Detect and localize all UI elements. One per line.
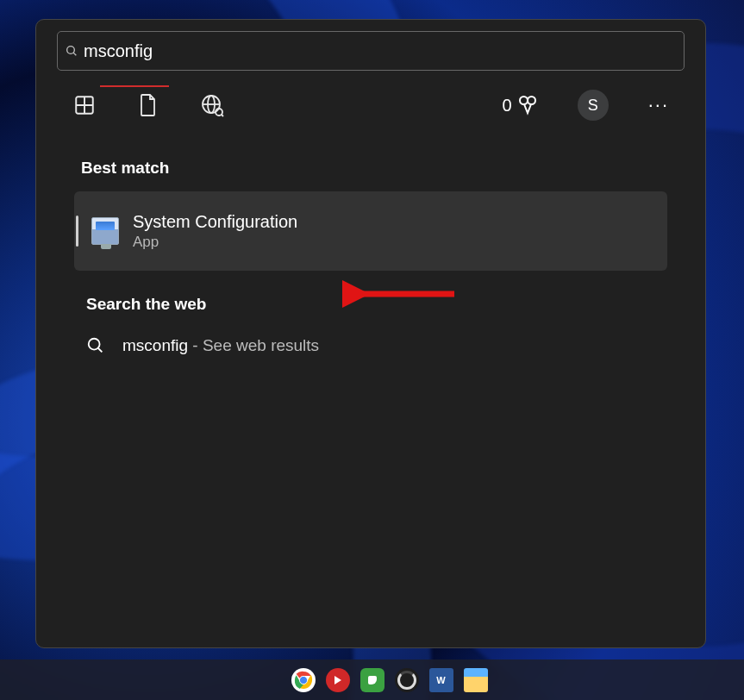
taskbar-sync-icon[interactable] xyxy=(395,668,419,692)
svg-point-11 xyxy=(528,97,535,104)
rewards-icon xyxy=(517,95,538,116)
best-match-result[interactable]: System Configuration App xyxy=(74,191,667,271)
web-search-result[interactable]: msconfig - See web results xyxy=(86,336,705,355)
search-box[interactable] xyxy=(57,31,685,71)
selection-indicator xyxy=(76,216,78,247)
svg-point-13 xyxy=(89,339,100,350)
svg-line-9 xyxy=(222,115,223,116)
more-options-icon[interactable]: ··· xyxy=(648,94,669,116)
avatar-initial: S xyxy=(588,97,598,115)
apps-filter-icon[interactable] xyxy=(72,93,97,117)
search-icon xyxy=(86,336,105,355)
result-subtitle: App xyxy=(133,234,297,251)
result-title: System Configuration xyxy=(133,212,297,232)
taskbar: W xyxy=(0,659,744,700)
taskbar-file-explorer-icon[interactable] xyxy=(464,668,488,692)
taskbar-chat-icon[interactable] xyxy=(360,668,385,692)
taskbar-word-icon[interactable]: W xyxy=(429,668,453,692)
svg-line-1 xyxy=(73,53,76,55)
search-icon xyxy=(65,44,78,58)
svg-point-0 xyxy=(67,47,75,54)
svg-point-10 xyxy=(520,97,528,104)
taskbar-chrome-icon[interactable] xyxy=(291,668,316,692)
search-filters-row: 0 S ··· xyxy=(36,71,705,121)
documents-filter-icon[interactable] xyxy=(136,93,160,117)
search-input[interactable] xyxy=(84,41,677,61)
svg-point-8 xyxy=(216,109,222,116)
account-avatar[interactable]: S xyxy=(578,90,609,121)
rewards-points[interactable]: 0 xyxy=(503,95,538,116)
search-the-web-heading: Search the web xyxy=(86,295,705,314)
web-suffix: - See web results xyxy=(192,336,319,354)
web-term: msconfig xyxy=(122,336,188,354)
system-configuration-icon xyxy=(91,217,119,245)
best-match-heading: Best match xyxy=(81,159,705,178)
web-filter-icon[interactable] xyxy=(200,93,224,117)
start-search-panel: 0 S ··· Best match System Configuration … xyxy=(35,19,706,648)
start-button[interactable] xyxy=(257,668,281,692)
points-count: 0 xyxy=(503,96,512,116)
svg-line-14 xyxy=(98,348,103,353)
taskbar-youtube-icon[interactable] xyxy=(326,668,350,692)
spellcheck-underline xyxy=(100,85,169,87)
